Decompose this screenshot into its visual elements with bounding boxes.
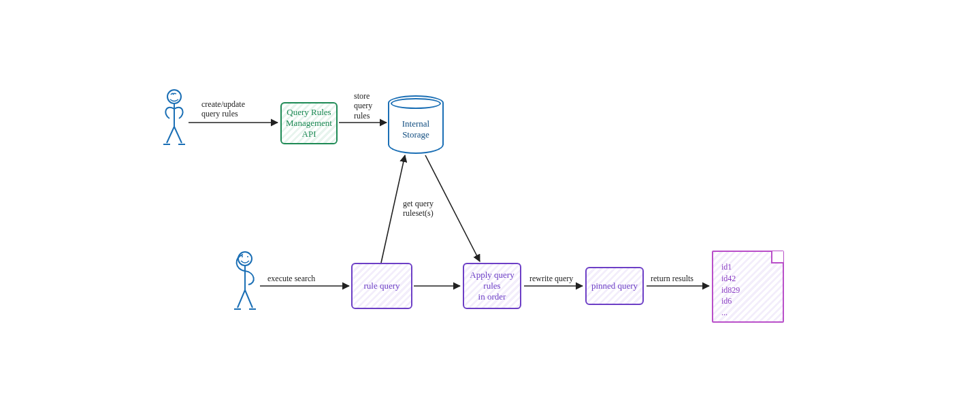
svg-point-8 — [247, 256, 248, 257]
svg-line-2 — [167, 127, 174, 143]
result-id: id42 — [721, 273, 740, 285]
document-fold-icon — [771, 251, 783, 263]
arrow-get-ruleset — [381, 155, 405, 263]
admin-user-icon — [159, 89, 190, 150]
diagram-canvas: create/update query rules store query ru… — [0, 0, 980, 416]
label-create-update: create/update query rules — [201, 99, 245, 119]
node-storage-label: Internal Storage — [388, 118, 444, 140]
svg-line-11 — [245, 290, 252, 308]
arrow-layer — [0, 0, 980, 416]
result-id: ... — [721, 307, 740, 319]
arrow-ruleset-down — [425, 155, 480, 261]
label-return-results: return results — [651, 274, 693, 283]
node-rule-query: rule query — [351, 263, 412, 309]
node-pinned-query: pinned query — [585, 267, 644, 305]
label-execute-search: execute search — [267, 274, 315, 283]
label-rewrite: rewrite query — [529, 274, 573, 283]
svg-point-7 — [242, 256, 243, 257]
result-id: id829 — [721, 285, 740, 296]
node-apply-rules: Apply query rules in order — [463, 263, 521, 309]
svg-line-3 — [174, 127, 182, 143]
label-get-ruleset: get query ruleset(s) — [403, 199, 434, 219]
result-id: id1 — [721, 261, 740, 273]
search-user-icon — [229, 251, 261, 315]
svg-point-6 — [238, 252, 252, 266]
node-storage: Internal Storage — [388, 95, 444, 154]
node-api: Query Rules Management API — [280, 102, 338, 144]
svg-line-10 — [238, 290, 245, 308]
node-results: id1 id42 id829 id6 ... — [712, 251, 784, 323]
results-list: id1 id42 id829 id6 ... — [721, 261, 740, 319]
label-store: store query rules — [354, 91, 372, 121]
result-id: id6 — [721, 295, 740, 307]
